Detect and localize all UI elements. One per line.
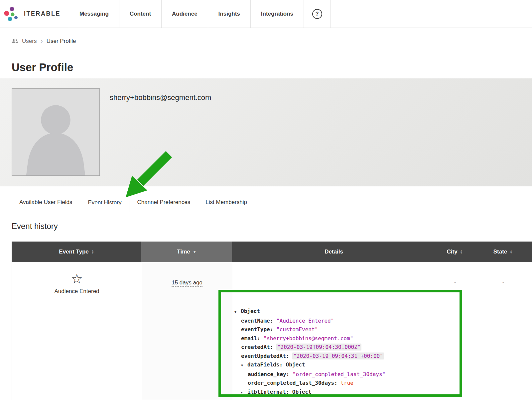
json-value: Object	[241, 308, 260, 314]
help-icon: ?	[312, 9, 322, 19]
json-line: eventUpdatedAt: "2020-03-19 09:04:31 +00…	[234, 352, 436, 361]
details-json: ▼ObjecteventName: "Audience Entered"even…	[234, 307, 436, 397]
nav-item-audience[interactable]: Audience	[162, 0, 208, 28]
profile-tabs: Available User Fields Event History Chan…	[12, 194, 532, 213]
event-history-table: Event Type ▲▼ Time ▼ Details City ▲▼ Sta…	[12, 242, 532, 400]
breadcrumb-users-link[interactable]: Users	[22, 38, 37, 45]
event-history-heading: Event history	[12, 222, 532, 231]
column-header-city[interactable]: City ▲▼	[436, 242, 474, 262]
top-nav: ITERABLE Messaging Content Audience Insi…	[0, 0, 532, 28]
json-value: "sherry+bobbins@segment.com"	[263, 335, 353, 342]
json-value: "Audience Entered"	[276, 318, 334, 324]
table-row: ☆ Audience Entered 15 days ago ▼Objectev…	[12, 262, 532, 400]
iterable-logo-icon	[4, 6, 19, 22]
json-line: ►itblInternal: Object	[234, 388, 436, 397]
tab-channel-preferences[interactable]: Channel Preferences	[129, 194, 198, 211]
profile-header: sherry+bobbins@segment.com	[0, 78, 532, 186]
page-title: User Profile	[12, 61, 532, 74]
breadcrumb: Users › User Profile	[12, 38, 532, 45]
event-type-label: Audience Entered	[12, 288, 142, 295]
event-type-cell: ☆ Audience Entered	[12, 262, 142, 400]
json-value: "2020-03-19 09:04:31 +00:00"	[292, 353, 384, 359]
sort-icon: ▲▼	[510, 250, 512, 254]
nav-item-messaging[interactable]: Messaging	[69, 0, 119, 28]
help-button[interactable]: ?	[304, 0, 331, 28]
time-cell: 15 days ago	[142, 262, 232, 400]
sort-desc-icon: ▼	[193, 250, 197, 254]
json-value: "customEvent"	[276, 326, 318, 333]
profile-email: sherry+bobbins@segment.com	[110, 93, 211, 102]
json-line: email: "sherry+bobbins@segment.com"	[234, 334, 436, 343]
json-key: itblInternal:	[247, 389, 292, 395]
state-cell: -	[474, 262, 532, 400]
column-header-details: Details	[232, 242, 436, 262]
column-header-state[interactable]: State ▲▼	[474, 242, 532, 262]
json-line: order_completed_last_30days: true	[234, 379, 436, 388]
sort-icon: ▲▼	[460, 250, 463, 254]
city-cell: -	[436, 262, 474, 400]
json-line: createdAt: "2020-03-19T09:04:30.000Z"	[234, 343, 436, 352]
sort-icon: ▲▼	[91, 250, 94, 254]
json-line: ▼Object	[234, 307, 436, 317]
json-value: Object	[286, 361, 305, 368]
column-label: Time	[177, 249, 190, 255]
table-header-row: Event Type ▲▼ Time ▼ Details City ▲▼ Sta…	[12, 242, 532, 262]
json-value: true	[340, 380, 353, 386]
json-key: createdAt:	[241, 344, 276, 350]
collapse-icon[interactable]: ▼	[241, 361, 247, 370]
json-value: "order_completed_last_30days"	[293, 371, 385, 377]
json-line: audience_key: "order_completed_last_30da…	[234, 370, 436, 379]
nav-item-insights[interactable]: Insights	[208, 0, 251, 28]
details-cell: ▼ObjecteventName: "Audience Entered"even…	[232, 262, 436, 400]
json-key: eventUpdatedAt:	[241, 353, 292, 359]
json-key: eventName:	[241, 318, 276, 324]
nav-item-content[interactable]: Content	[119, 0, 162, 28]
expand-icon[interactable]: ►	[241, 388, 247, 397]
json-key: audience_key:	[248, 371, 293, 377]
tab-available-user-fields[interactable]: Available User Fields	[12, 194, 80, 211]
json-key: email:	[241, 335, 263, 342]
breadcrumb-chevron-icon: ›	[40, 39, 43, 44]
tab-event-history[interactable]: Event History	[80, 194, 129, 212]
json-key: eventType:	[241, 326, 276, 333]
nav-item-integrations[interactable]: Integrations	[251, 0, 304, 28]
tab-list-membership[interactable]: List Membership	[198, 194, 255, 211]
brand-home-link[interactable]: ITERABLE	[0, 0, 69, 28]
json-line: eventType: "customEvent"	[234, 325, 436, 334]
breadcrumb-current: User Profile	[47, 38, 76, 45]
json-line: eventName: "Audience Entered"	[234, 317, 436, 326]
column-label: Details	[325, 249, 343, 255]
column-header-event-type[interactable]: Event Type ▲▼	[12, 242, 141, 262]
column-label: Event Type	[59, 249, 88, 255]
star-icon: ☆	[12, 272, 142, 285]
primary-nav: Messaging Content Audience Insights Inte…	[69, 0, 304, 28]
json-line: ▼dataFields: Object	[234, 360, 436, 370]
json-value: Object	[292, 389, 312, 395]
avatar	[12, 88, 100, 176]
relative-time[interactable]: 15 days ago	[172, 279, 202, 287]
column-label: State	[493, 249, 507, 255]
json-key: order_completed_last_30days:	[248, 380, 340, 386]
brand-name: ITERABLE	[24, 10, 61, 17]
json-key: dataFields:	[247, 361, 286, 368]
json-value: "2020-03-19T09:04:30.000Z"	[276, 344, 361, 351]
users-icon	[12, 39, 18, 44]
user-profile-page: ITERABLE Messaging Content Audience Insi…	[0, 0, 532, 405]
column-header-time[interactable]: Time ▼	[141, 242, 232, 262]
column-label: City	[447, 249, 457, 255]
collapse-icon[interactable]: ▼	[234, 308, 241, 317]
